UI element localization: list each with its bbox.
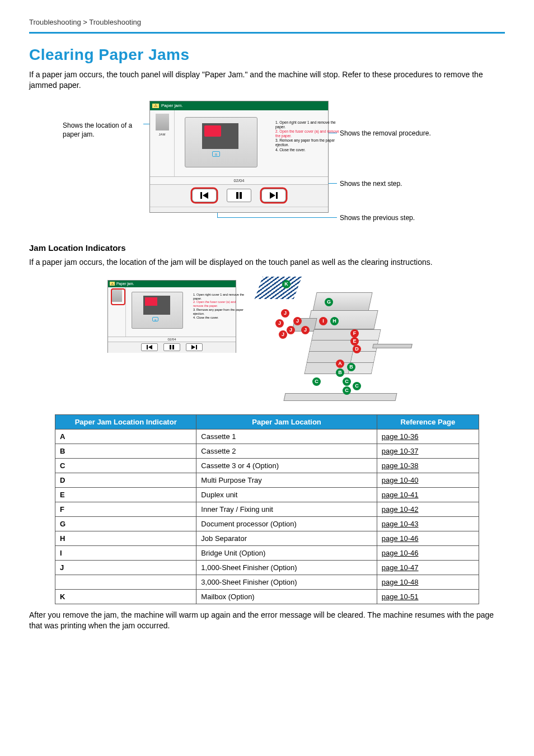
cell-indicator: C [55,458,196,473]
cell-location: 3,000-Sheet Finisher (Option) [196,575,377,589]
next-step-button[interactable] [261,189,286,202]
cell-indicator: A [55,429,196,444]
jam-locations-table: Paper Jam Location Indicator Paper Jam L… [55,414,479,604]
cell-reference[interactable]: page 10-41 [377,487,479,502]
cell-reference[interactable]: page 10-37 [377,444,479,458]
indicator-G: G [325,298,333,306]
subintro-text: If a paper jam occurs, the location of t… [29,257,505,268]
cell-reference[interactable]: page 10-43 [377,516,479,531]
pause-button[interactable] [163,343,180,351]
callout-location: Shows the location of a paper jam. [63,121,147,139]
svg-rect-7 [147,345,148,349]
cell-location: Inner Tray / Fixing unit [196,502,377,516]
panel-nav-row [150,184,328,207]
location-indicators-diagram: ⚠ Paper jam. a 1. Open right cover 1 and… [29,277,505,411]
panel-header-text: Paper jam. [116,282,134,286]
cell-reference[interactable]: page 10-47 [377,560,479,575]
pause-button[interactable] [227,189,251,202]
svg-marker-4 [270,192,275,199]
prev-step-button[interactable] [192,189,217,202]
cell-location: Cassette 2 [196,444,377,458]
cell-location: Document processor (Option) [196,516,377,531]
indicator-J: J [275,319,284,328]
cell-indicator: K [55,589,196,604]
indicator-J: J [279,330,287,339]
pause-icon [236,192,242,199]
indicator-I: I [319,317,327,325]
cell-location: Job Separator [196,531,377,545]
cell-location: Mailbox (Option) [196,589,377,604]
finisher-hatching [255,277,302,299]
next-step-button[interactable] [186,343,203,351]
step-2: 2. Open the fuser cover (a) and remove t… [193,300,247,308]
table-row: ACassette 1page 10-36 [55,429,479,444]
indicator-E: E [350,337,359,346]
indicator-J: J [281,309,289,318]
printer-illustration: a [132,292,183,329]
page-title: Clearing Paper Jams [29,46,505,64]
panel-tail [150,207,328,212]
base-shape [284,393,397,401]
subheading: Jam Location Indicators [29,243,505,253]
panel-step-list: 1. Open right cover 1 and remove the pap… [275,120,343,152]
document-processor-shape [312,292,372,311]
mp-tray-shape [372,344,413,348]
step-2: 2. Open the fuser cover (a) and remove t… [275,129,343,138]
panel-step-counter: 02/04 [150,176,328,184]
attention-icon: ⚠ [110,282,115,286]
cell-reference[interactable]: page 10-42 [377,502,479,516]
skip-back-icon [147,345,152,349]
cell-reference[interactable]: page 10-40 [377,473,479,487]
mini-printer-icon [112,290,122,302]
panel-step-list: 1. Open right cover 1 and remove the pap… [193,293,247,320]
cell-indicator: F [55,502,196,516]
indicator-C: C [312,377,321,386]
indicator-J: J [293,317,302,325]
open-cover-illustration [202,123,238,149]
indicator-B: B [347,363,355,371]
cell-location: Multi Purpose Tray [196,473,377,487]
accent-line [29,32,505,34]
cell-reference[interactable]: page 10-46 [377,531,479,545]
step-1: 1. Open right cover 1 and remove the pap… [275,120,343,129]
svg-rect-5 [276,192,278,199]
indicator-J: J [301,326,310,334]
cell-reference[interactable]: page 10-51 [377,589,479,604]
cell-reference[interactable]: page 10-48 [377,575,479,589]
open-cover-illustration [143,296,170,315]
leader-line [217,217,337,218]
cell-indicator: H [55,531,196,545]
jam-indicator-column [108,287,126,337]
cell-reference[interactable]: page 10-36 [377,429,479,444]
pause-icon [170,345,174,349]
printer-illustration: a [185,117,257,167]
cell-indicator: J [55,560,196,575]
col-header-indicator: Paper Jam Location Indicator [55,414,196,429]
table-header-row: Paper Jam Location Indicator Paper Jam L… [55,414,479,429]
svg-marker-0 [203,192,208,199]
cell-reference[interactable]: page 10-46 [377,545,479,560]
marker-a: a [152,317,158,321]
prev-step-button[interactable] [141,343,158,351]
table-row: KMailbox (Option)page 10-51 [55,589,479,604]
cell-location: Cassette 1 [196,429,377,444]
indicator-D: D [353,345,361,353]
cell-indicator: B [55,444,196,458]
indicator-C: C [353,382,361,390]
table-row: CCassette 3 or 4 (Option)page 10-38 [55,458,479,473]
svg-marker-6 [148,345,152,349]
svg-marker-10 [191,345,195,349]
indicator-B: B [336,368,344,377]
table-row: J1,000-Sheet Finisher (Option)page 10-47 [55,560,479,575]
attention-icon: ⚠ [152,104,159,108]
jam-label: JAM [150,133,174,136]
cell-reference[interactable]: page 10-38 [377,458,479,473]
cell-indicator: I [55,545,196,560]
svg-rect-2 [236,192,238,199]
cell-indicator [55,575,196,589]
table-row: EDuplex unitpage 10-41 [55,487,479,502]
cell-location: Bridge Unit (Option) [196,545,377,560]
cell-indicator: D [55,473,196,487]
table-row: HJob Separatorpage 10-46 [55,531,479,545]
indicator-K: K [282,280,291,288]
